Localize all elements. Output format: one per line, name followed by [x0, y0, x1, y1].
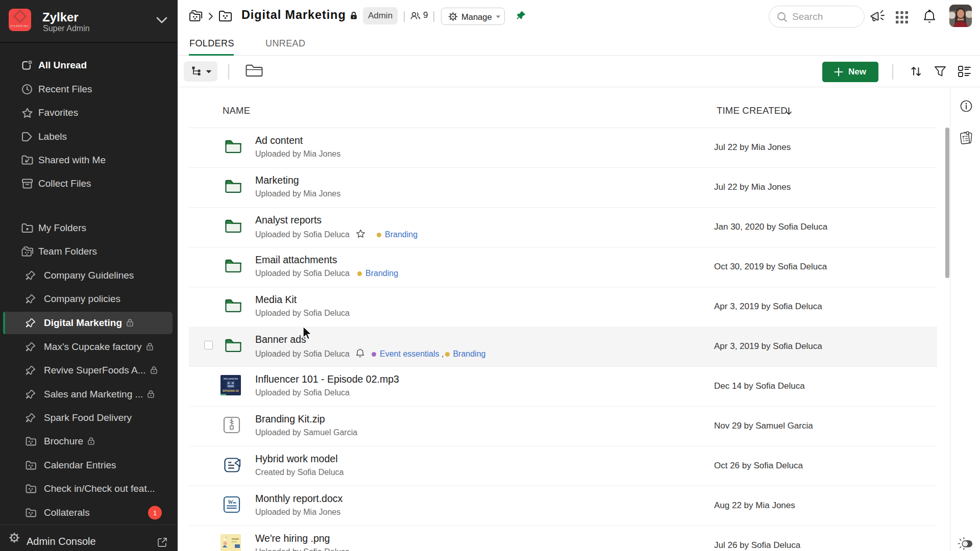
- svg-text:ZYLKER INC.: ZYLKER INC.: [10, 24, 30, 28]
- svg-text:INFLUENCER: INFLUENCER: [224, 378, 238, 380]
- svg-text:W: W: [228, 498, 234, 506]
- svg-text:EPISODE 02: EPISODE 02: [223, 389, 238, 392]
